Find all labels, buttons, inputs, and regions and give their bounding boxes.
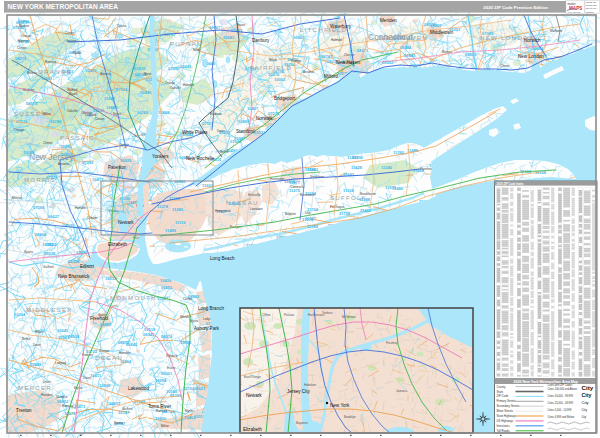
svg-text:Hempstead: Hempstead [215,209,231,213]
svg-text:10002: 10002 [274,77,286,82]
svg-text:Monroe: Monroe [18,39,29,43]
svg-text:10746: 10746 [50,119,62,124]
svg-text:PUTNAM: PUTNAM [170,40,203,47]
svg-text:10573: 10573 [64,411,76,416]
svg-text:US Highways: US Highways [497,419,514,423]
svg-text:08958: 08958 [68,259,80,264]
svg-text:11290: 11290 [352,155,364,160]
svg-text:Middletown: Middletown [430,30,454,35]
svg-text:PASSAIC: PASSAIC [60,134,95,141]
svg-text:Passaic: Passaic [284,313,295,317]
svg-text:Babylon: Babylon [285,212,296,216]
svg-text:11428: 11428 [351,165,363,170]
svg-text:Orange: Orange [21,34,31,38]
svg-text:Chester: Chester [344,53,355,57]
svg-text:06945: 06945 [143,332,155,337]
svg-text:11383: 11383 [172,207,184,212]
svg-text:10809: 10809 [238,119,250,124]
svg-text:Orange: Orange [14,128,24,132]
svg-text:Clinton: Clinton [17,46,27,50]
svg-text:Minor Streets: Minor Streets [497,409,514,413]
svg-text:Mt Vernon: Mt Vernon [342,315,356,319]
svg-text:OCEAN: OCEAN [95,354,123,361]
svg-text:Long Beach: Long Beach [210,256,235,261]
svg-text:2020 New York Metropolitan Are: 2020 New York Metropolitan Area Map [513,380,578,384]
svg-text:Ramsey: Ramsey [62,404,74,408]
svg-text:ZIP Code: ZIP Code [497,394,509,398]
svg-text:36x48 Mur: 36x48 Mur [586,7,597,9]
svg-text:10382: 10382 [42,242,54,247]
svg-text:11340: 11340 [381,165,393,170]
svg-text:Brentwood: Brentwood [300,193,315,197]
svg-text:New Haven: New Haven [336,60,360,65]
svg-text:Patchogue: Patchogue [330,205,345,209]
svg-text:08431: 08431 [180,64,192,69]
svg-text:07010: 07010 [168,66,180,71]
svg-text:Holmdel: Holmdel [331,38,342,42]
svg-text:Jamaica: Jamaica [396,389,408,393]
svg-text:Ramsey: Ramsey [45,60,57,64]
svg-text:Monroe: Monroe [19,24,30,28]
svg-text:Ledyard: Ledyard [55,361,66,365]
svg-text:New London: New London [518,54,544,59]
svg-text:SUFFOLK: SUFFOLK [330,194,367,201]
svg-text:ORANGE: ORANGE [38,68,72,75]
svg-text:08215: 08215 [15,56,27,61]
svg-text:MIDDLESEX: MIDDLESEX [26,306,73,313]
svg-text:Milton: Milton [35,330,43,334]
svg-text:10045: 10045 [57,328,69,333]
svg-text:Cities 5,000 - 24,999: Cities 5,000 - 24,999 [548,408,572,412]
svg-text:08963: 08963 [430,23,442,28]
svg-text:Commack: Commack [290,185,304,189]
svg-text:11116: 11116 [175,220,186,225]
svg-text:Meriden: Meriden [380,18,397,23]
svg-text:Milton: Milton [161,424,169,428]
svg-text:06384: 06384 [400,45,412,50]
svg-text:08074: 08074 [161,334,173,339]
svg-text:Stamford: Stamford [236,129,255,134]
svg-text:Hamden: Hamden [41,393,53,397]
svg-text:Elizabeth: Elizabeth [243,427,262,432]
svg-text:Cities 25,000 - 49,999: Cities 25,000 - 49,999 [548,401,574,405]
svg-text:Newark: Newark [118,220,134,225]
svg-text:11482: 11482 [360,208,372,213]
svg-text:10623: 10623 [194,386,206,391]
svg-text:10865: 10865 [293,35,305,40]
svg-text:10939: 10939 [85,68,97,73]
svg-text:Essex: Essex [237,23,246,27]
svg-text:State Highways: State Highways [497,414,517,418]
svg-text:Clinton: Clinton [500,64,510,68]
svg-text:NEW YORK METROPOLITAN AREA: NEW YORK METROPOLITAN AREA [8,3,119,10]
svg-text:Madison: Madison [210,112,222,116]
svg-text:Cities 50,000 - 99,999: Cities 50,000 - 99,999 [548,394,574,398]
svg-text:Dover: Dover [83,376,91,380]
svg-text:Orange: Orange [291,59,301,63]
svg-text:06651: 06651 [161,285,173,290]
svg-text:06399: 06399 [170,393,182,398]
svg-text:10304: 10304 [14,312,26,317]
svg-text:2020 ZIP Code Index: 2020 ZIP Code Index [497,182,525,186]
svg-text:State: State [497,390,504,394]
svg-text:Waterbury: Waterbury [330,24,352,29]
svg-text:Toms River: Toms River [148,404,171,409]
svg-text:Edison: Edison [80,264,94,269]
svg-text:Long Branch: Long Branch [198,306,224,311]
svg-text:08003: 08003 [465,52,477,57]
svg-text:Bridgeport: Bridgeport [274,96,296,101]
svg-text:Interstates: Interstates [497,424,511,428]
svg-text:06645: 06645 [126,342,138,347]
svg-text:Marlboro: Marlboro [550,29,562,33]
svg-text:Bayonne: Bayonne [296,421,308,425]
svg-text:Connecticut: Connecticut [368,32,414,42]
svg-text:NASSAU: NASSAU [226,199,259,206]
svg-text:Lakewood: Lakewood [128,386,149,391]
svg-text:Elizabeth: Elizabeth [108,242,127,247]
svg-text:10583: 10583 [223,35,235,40]
svg-text:MAPS: MAPS [569,6,582,11]
svg-text:Primary Streets: Primary Streets [497,399,517,403]
svg-text:Ledyard: Ledyard [85,113,96,117]
svg-text:Dover: Dover [217,129,225,133]
svg-text:10294: 10294 [155,378,167,383]
svg-text:10154: 10154 [183,386,195,391]
svg-text:10411: 10411 [90,373,102,378]
